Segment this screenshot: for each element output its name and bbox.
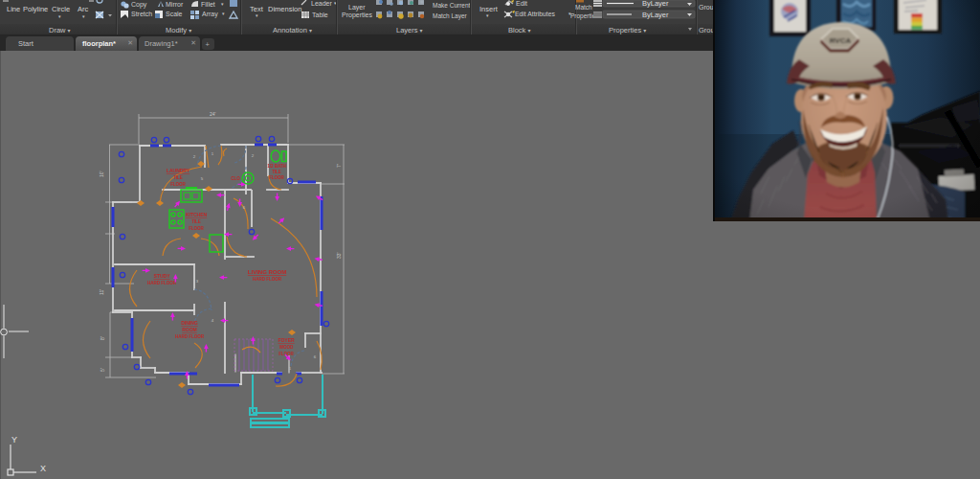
svg-text:KITCHEN: KITCHEN — [186, 212, 208, 217]
svg-text:7': 7' — [336, 164, 342, 168]
svg-text:1/2 BATH: 1/2 BATH — [267, 164, 286, 169]
svg-text:1: 1 — [212, 151, 214, 156]
svg-text:FLOOR: FLOOR — [170, 182, 186, 187]
svg-text:24': 24' — [210, 111, 216, 117]
svg-text:HARD FLOOR: HARD FLOOR — [253, 277, 282, 282]
svg-text:TILE: TILE — [173, 175, 183, 180]
svg-text:FLOOR: FLOOR — [269, 175, 284, 180]
svg-text:LAUNDRY: LAUNDRY — [167, 168, 190, 173]
svg-text:2: 2 — [252, 153, 255, 158]
svg-text:5: 5 — [201, 176, 204, 181]
svg-text:33': 33' — [336, 252, 342, 259]
svg-text:5': 5' — [100, 368, 105, 372]
svg-text:X: X — [40, 464, 46, 473]
svg-text:LIVING ROOM: LIVING ROOM — [248, 269, 286, 275]
svg-text:6: 6 — [243, 205, 246, 210]
svg-text:2: 2 — [193, 154, 196, 159]
svg-text:TILE: TILE — [272, 170, 281, 174]
svg-text:CLO: CLO — [231, 176, 240, 181]
svg-text:ROOM: ROOM — [182, 327, 197, 332]
svg-text:TILE: TILE — [191, 219, 201, 224]
svg-text:6: 6 — [314, 354, 317, 359]
svg-text:STUDY: STUDY — [154, 273, 171, 279]
svg-text:4: 4 — [212, 318, 214, 323]
svg-text:FOYER: FOYER — [278, 337, 295, 343]
svg-text:11': 11' — [99, 289, 104, 295]
svg-text:DINING: DINING — [181, 320, 198, 326]
svg-text:1: 1 — [289, 366, 292, 371]
svg-text:HARD FLOOR: HARD FLOOR — [175, 334, 205, 339]
svg-text:WOOD: WOOD — [279, 345, 294, 350]
svg-text:Y: Y — [11, 435, 17, 445]
svg-text:FLOOR: FLOOR — [189, 226, 204, 231]
svg-text:10': 10' — [99, 171, 104, 177]
svg-text:HARD FLOOR: HARD FLOOR — [147, 281, 177, 285]
svg-text:3: 3 — [196, 279, 199, 284]
svg-text:8': 8' — [100, 336, 105, 340]
